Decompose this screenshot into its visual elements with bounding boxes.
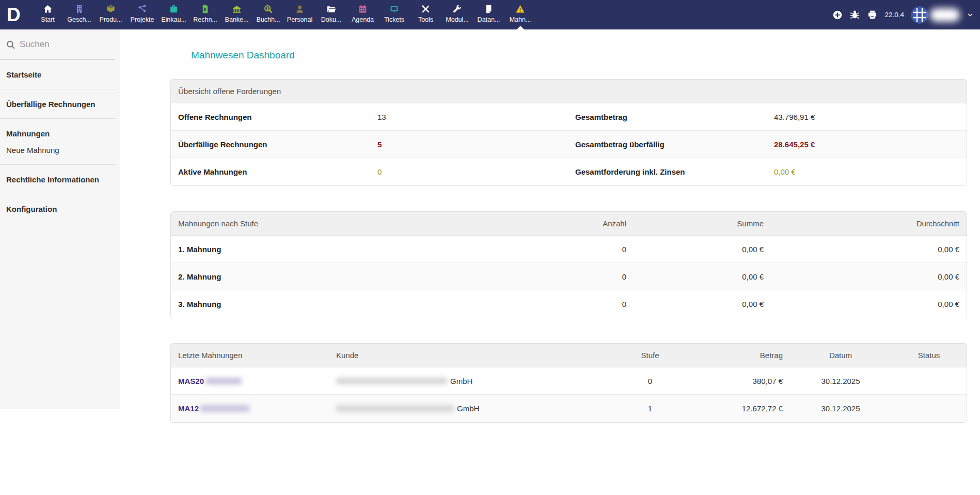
suitcase-icon — [169, 4, 179, 14]
overview-value: 5 — [377, 140, 575, 149]
username-redacted — [930, 8, 960, 22]
overview-label: Gesamtforderung inkl. Zinsen — [575, 167, 774, 176]
overview-value: 43.796,91 € — [774, 113, 959, 121]
stufe-anzahl: 0 — [489, 300, 626, 308]
stufe-anzahl: 0 — [489, 245, 626, 254]
datum-cell: 30.12.2025 — [783, 377, 898, 385]
nav-item-projekte[interactable]: Projekte — [127, 0, 158, 29]
nav-label: Doku... — [321, 16, 342, 23]
stufen-row: 3. Mahnung 0 0,00 € 0,00 € — [171, 290, 967, 318]
main-content: Mahnwesen Dashboard Übersicht offene For… — [120, 29, 980, 495]
column-header-kunde: Kunde — [336, 351, 568, 360]
column-header-datum: Datum — [783, 351, 898, 360]
nav-label: Personal — [287, 16, 312, 23]
redacted-customer-name — [336, 378, 447, 384]
share-nodes-icon — [137, 4, 147, 14]
svg-text:$: $ — [203, 7, 206, 12]
stufe-anzahl: 0 — [489, 272, 626, 281]
app-logo[interactable]: D — [0, 0, 32, 29]
overview-row: Aktive Mahnungen 0 Gesamtforderung inkl.… — [171, 158, 967, 185]
nav-item-einkau[interactable]: Einkau... — [158, 0, 189, 29]
print-icon[interactable] — [867, 9, 878, 20]
nav-item-buchh[interactable]: $ Buchh... — [252, 0, 284, 29]
version-label: 22.0.4 — [884, 11, 904, 19]
nav-item-datan[interactable]: Datan... — [473, 0, 504, 29]
stufe-label: 1. Mahnung — [178, 245, 489, 254]
stufe-summe: 0,00 € — [626, 272, 764, 281]
overview-label: Offene Rechnungen — [178, 113, 377, 121]
user-avatar[interactable] — [911, 6, 928, 24]
betrag-cell: 380,07 € — [732, 377, 783, 385]
user-icon — [295, 4, 305, 14]
overview-label: Gesamtbetrag überfällig — [575, 140, 774, 149]
nav-item-doku[interactable]: Doku... — [315, 0, 347, 29]
search-dollar-icon: $ — [263, 4, 273, 14]
file-icon — [484, 4, 494, 14]
nav-item-agenda[interactable]: Agenda — [347, 0, 378, 29]
stufen-card-title: Mahnungen nach Stufe — [178, 219, 489, 228]
nav-label: Tickets — [384, 16, 404, 23]
bug-report-icon[interactable] — [849, 9, 860, 20]
sidebar-item-mahnungen[interactable]: Mahnungen — [6, 129, 108, 138]
nav-item-mahn[interactable]: Mahn... — [504, 0, 536, 29]
tools-icon — [421, 4, 431, 14]
nav-item-gesch[interactable]: Gesch... — [64, 0, 95, 29]
redacted-ref-text — [206, 378, 242, 384]
nav-label: Projekte — [131, 16, 154, 23]
nav-item-start[interactable]: Start — [32, 0, 64, 29]
sidebar-item-rechtliche-informationen[interactable]: Rechtliche Informationen — [0, 165, 115, 194]
nav-label: Banke... — [225, 16, 249, 23]
svg-text:$: $ — [266, 7, 268, 11]
letzte-card-title: Letzte Mahnungen — [178, 351, 336, 360]
kunde-suffix: GmbH — [450, 377, 472, 385]
overview-row: Überfällige Rechnungen 5 Gesamtbetrag üb… — [171, 131, 967, 158]
column-header-status: Status — [898, 351, 959, 360]
mahnung-table-row: MA12 GmbH 1 12.672,72 € 30.12.2025 — [171, 395, 967, 422]
nav-item-tools[interactable]: Tools — [410, 0, 441, 29]
kunde-cell: GmbH — [336, 404, 568, 413]
sidebar-item-neue-mahnung[interactable]: Neue Mahnung — [6, 146, 108, 154]
nav-label: Produ... — [100, 16, 122, 23]
overview-label: Überfällige Rechnungen — [178, 140, 377, 149]
screen-icon — [389, 4, 399, 14]
mahnung-ref-link[interactable]: MA12 — [178, 404, 199, 413]
sidebar-item-startseite[interactable]: Startseite — [0, 60, 115, 89]
overview-card-title: Übersicht offene Forderungen — [178, 87, 377, 96]
stufe-durchschnitt: 0,00 € — [764, 245, 959, 254]
app-screen: D Start Gesch... Produ... Proj — [0, 0, 980, 495]
main-menu: Start Gesch... Produ... Projekte — [32, 0, 536, 29]
overview-card: Übersicht offene Forderungen Offene Rech… — [170, 79, 967, 186]
redacted-customer-name — [336, 405, 454, 412]
chevron-down-icon[interactable] — [967, 11, 974, 19]
stufe-summe: 0,00 € — [626, 300, 764, 308]
betrag-cell: 12.672,72 € — [732, 404, 783, 413]
nav-item-modul[interactable]: Modul... — [441, 0, 473, 29]
stufe-cell: 1 — [568, 404, 732, 413]
stufe-durchschnitt: 0,00 € — [764, 272, 959, 281]
folder-icon — [326, 4, 336, 14]
nav-item-produ[interactable]: Produ... — [95, 0, 127, 29]
nav-item-rechn[interactable]: $ Rechn... — [189, 0, 221, 29]
stufen-row: 2. Mahnung 0 0,00 € 0,00 € — [171, 263, 967, 290]
column-header-durchschnitt: Durchschnitt — [764, 219, 959, 228]
bank-icon — [232, 4, 242, 14]
nav-item-tickets[interactable]: Tickets — [378, 0, 410, 29]
overview-row: Offene Rechnungen 13 Gesamtbetrag 43.796… — [171, 103, 967, 131]
kunde-suffix: GmbH — [457, 404, 479, 413]
overview-value: 13 — [377, 113, 575, 121]
sidebar-item-konfiguration[interactable]: Konfiguration — [0, 194, 115, 223]
column-header-anzahl: Anzahl — [489, 219, 626, 228]
nav-item-personal[interactable]: Personal — [284, 0, 315, 29]
nav-item-banke[interactable]: Banke... — [221, 0, 252, 29]
search-input[interactable] — [20, 39, 134, 50]
nav-label: Gesch... — [67, 16, 91, 23]
mahnung-ref-link[interactable]: MAS20 — [178, 377, 204, 385]
overview-label: Aktive Mahnungen — [178, 167, 377, 176]
column-header-betrag: Betrag — [732, 351, 783, 360]
add-quick-icon[interactable] — [832, 10, 843, 20]
sidebar-item-ueberfaellige-rechnungen[interactable]: Überfällige Rechnungen — [0, 89, 115, 119]
stufe-cell: 0 — [568, 377, 732, 385]
letzte-mahnungen-card: Letzte Mahnungen Kunde Stufe Betrag Datu… — [170, 343, 967, 423]
nav-label: Mahn... — [510, 16, 531, 23]
nav-label: Start — [41, 16, 54, 23]
